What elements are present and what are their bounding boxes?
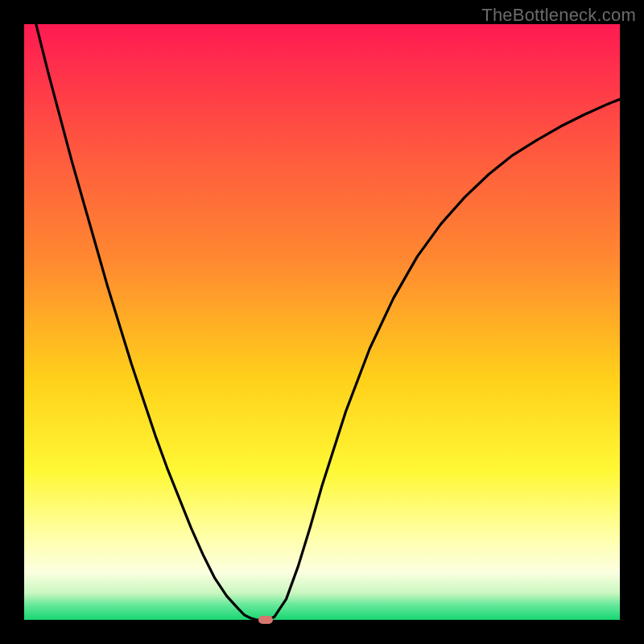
minimum-marker	[258, 616, 273, 624]
bottleneck-curve	[36, 24, 620, 620]
watermark-text: TheBottleneck.com	[481, 5, 636, 26]
chart-stage: TheBottleneck.com	[0, 0, 644, 644]
plot-area	[24, 24, 620, 620]
curve-layer	[24, 24, 620, 620]
